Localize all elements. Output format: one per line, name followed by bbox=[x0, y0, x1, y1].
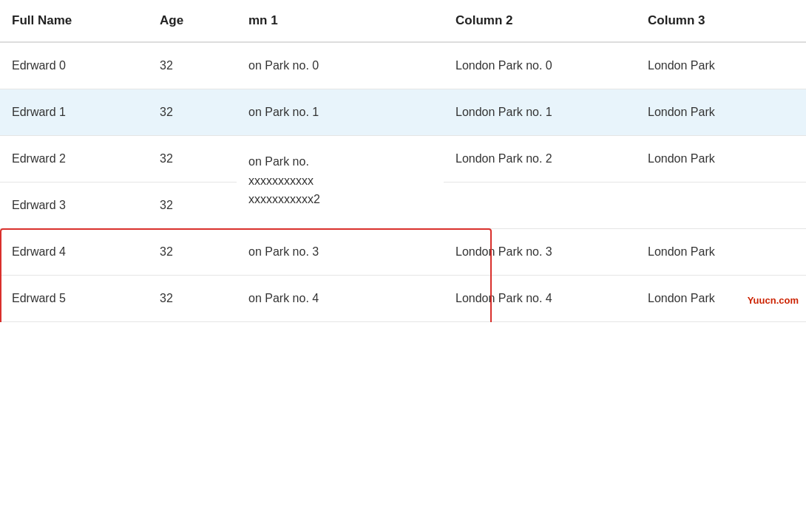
cell-col3: London Park bbox=[636, 136, 806, 183]
cell-col2: London Park no. 1 bbox=[444, 89, 636, 136]
cell-col1: on Park no. 1 bbox=[237, 89, 444, 136]
cell-name: Edrward 5 bbox=[0, 276, 148, 322]
cell-name: Edrward 0 bbox=[0, 42, 148, 89]
watermark-label: Yuucn.com bbox=[748, 295, 799, 306]
cell-col3: London Park bbox=[636, 89, 806, 136]
cell-col2: London Park no. 4 bbox=[444, 276, 636, 322]
cell-age: 32 bbox=[148, 89, 237, 136]
cell-col2 bbox=[444, 183, 636, 229]
table-row: Edrward 532on Park no. 4London Park no. … bbox=[0, 276, 806, 322]
cell-age: 32 bbox=[148, 183, 237, 229]
cell-name: Edrward 4 bbox=[0, 229, 148, 276]
col-header-col3: Column 3 bbox=[636, 0, 806, 42]
cell-col2: London Park no. 3 bbox=[444, 229, 636, 276]
col-header-age: Age bbox=[148, 0, 237, 42]
col-header-col1: mn 1 bbox=[237, 0, 444, 42]
cell-col2: London Park no. 2 bbox=[444, 136, 636, 183]
table-row: Edrward 432on Park no. 3London Park no. … bbox=[0, 229, 806, 276]
cell-name: Edrward 2 bbox=[0, 136, 148, 183]
cell-col1: on Park no.xxxxxxxxxxxxxxxxxxxxxx2 bbox=[237, 136, 444, 229]
table-container: Full Name Age mn 1 Column 2 Column 3 Edr… bbox=[0, 0, 806, 322]
cell-age: 32 bbox=[148, 42, 237, 89]
table-row: Edrward 232on Park no.xxxxxxxxxxxxxxxxxx… bbox=[0, 136, 806, 183]
col-header-col2: Column 2 bbox=[444, 0, 636, 42]
cell-col3: London Park bbox=[636, 42, 806, 89]
cell-age: 32 bbox=[148, 229, 237, 276]
data-table: Full Name Age mn 1 Column 2 Column 3 Edr… bbox=[0, 0, 806, 322]
cell-col1: on Park no. 4 bbox=[237, 276, 444, 322]
cell-name: Edrward 1 bbox=[0, 89, 148, 136]
cell-col1: on Park no. 3 bbox=[237, 229, 444, 276]
cell-col3 bbox=[636, 183, 806, 229]
table-header-row: Full Name Age mn 1 Column 2 Column 3 bbox=[0, 0, 806, 42]
table-row: Edrward 032on Park no. 0London Park no. … bbox=[0, 42, 806, 89]
cell-col1: on Park no. 0 bbox=[237, 42, 444, 89]
table-row: Edrward 132on Park no. 1London Park no. … bbox=[0, 89, 806, 136]
col-header-full-name: Full Name bbox=[0, 0, 148, 42]
cell-age: 32 bbox=[148, 276, 237, 322]
cell-col3: London Park bbox=[636, 229, 806, 276]
cell-col2: London Park no. 0 bbox=[444, 42, 636, 89]
cell-age: 32 bbox=[148, 136, 237, 183]
cell-name: Edrward 3 bbox=[0, 183, 148, 229]
